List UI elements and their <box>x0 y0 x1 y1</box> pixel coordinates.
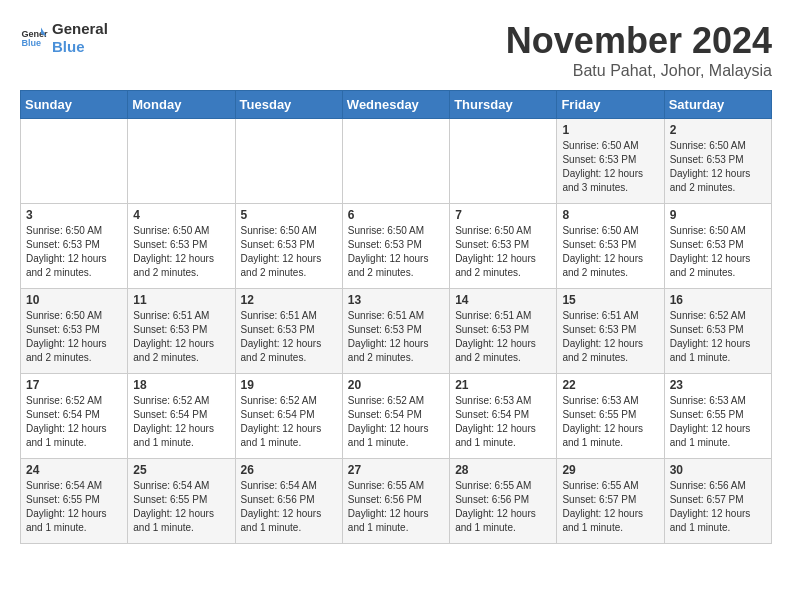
week-row-3: 10Sunrise: 6:50 AM Sunset: 6:53 PM Dayli… <box>21 289 772 374</box>
day-info: Sunrise: 6:52 AM Sunset: 6:54 PM Dayligh… <box>26 394 122 450</box>
day-info: Sunrise: 6:54 AM Sunset: 6:56 PM Dayligh… <box>241 479 337 535</box>
day-info: Sunrise: 6:50 AM Sunset: 6:53 PM Dayligh… <box>133 224 229 280</box>
calendar-cell: 17Sunrise: 6:52 AM Sunset: 6:54 PM Dayli… <box>21 374 128 459</box>
calendar-cell: 30Sunrise: 6:56 AM Sunset: 6:57 PM Dayli… <box>664 459 771 544</box>
calendar-cell: 21Sunrise: 6:53 AM Sunset: 6:54 PM Dayli… <box>450 374 557 459</box>
day-number: 28 <box>455 463 551 477</box>
day-header-monday: Monday <box>128 91 235 119</box>
calendar-cell: 23Sunrise: 6:53 AM Sunset: 6:55 PM Dayli… <box>664 374 771 459</box>
calendar-cell <box>21 119 128 204</box>
day-info: Sunrise: 6:51 AM Sunset: 6:53 PM Dayligh… <box>455 309 551 365</box>
day-header-wednesday: Wednesday <box>342 91 449 119</box>
day-info: Sunrise: 6:50 AM Sunset: 6:53 PM Dayligh… <box>26 309 122 365</box>
day-info: Sunrise: 6:53 AM Sunset: 6:54 PM Dayligh… <box>455 394 551 450</box>
day-info: Sunrise: 6:50 AM Sunset: 6:53 PM Dayligh… <box>241 224 337 280</box>
day-number: 5 <box>241 208 337 222</box>
calendar-cell: 28Sunrise: 6:55 AM Sunset: 6:56 PM Dayli… <box>450 459 557 544</box>
day-number: 14 <box>455 293 551 307</box>
day-info: Sunrise: 6:50 AM Sunset: 6:53 PM Dayligh… <box>562 224 658 280</box>
week-row-1: 1Sunrise: 6:50 AM Sunset: 6:53 PM Daylig… <box>21 119 772 204</box>
day-info: Sunrise: 6:50 AM Sunset: 6:53 PM Dayligh… <box>562 139 658 195</box>
day-info: Sunrise: 6:52 AM Sunset: 6:54 PM Dayligh… <box>133 394 229 450</box>
day-number: 20 <box>348 378 444 392</box>
calendar-cell <box>235 119 342 204</box>
day-info: Sunrise: 6:51 AM Sunset: 6:53 PM Dayligh… <box>133 309 229 365</box>
logo: General Blue General Blue <box>20 20 108 56</box>
header-row: SundayMondayTuesdayWednesdayThursdayFrid… <box>21 91 772 119</box>
day-info: Sunrise: 6:50 AM Sunset: 6:53 PM Dayligh… <box>670 139 766 195</box>
calendar-cell: 4Sunrise: 6:50 AM Sunset: 6:53 PM Daylig… <box>128 204 235 289</box>
calendar-cell <box>128 119 235 204</box>
day-info: Sunrise: 6:54 AM Sunset: 6:55 PM Dayligh… <box>26 479 122 535</box>
week-row-5: 24Sunrise: 6:54 AM Sunset: 6:55 PM Dayli… <box>21 459 772 544</box>
day-number: 22 <box>562 378 658 392</box>
day-number: 24 <box>26 463 122 477</box>
calendar-cell: 16Sunrise: 6:52 AM Sunset: 6:53 PM Dayli… <box>664 289 771 374</box>
day-number: 12 <box>241 293 337 307</box>
day-number: 23 <box>670 378 766 392</box>
day-number: 30 <box>670 463 766 477</box>
calendar-cell: 5Sunrise: 6:50 AM Sunset: 6:53 PM Daylig… <box>235 204 342 289</box>
day-info: Sunrise: 6:54 AM Sunset: 6:55 PM Dayligh… <box>133 479 229 535</box>
day-number: 10 <box>26 293 122 307</box>
day-info: Sunrise: 6:50 AM Sunset: 6:53 PM Dayligh… <box>26 224 122 280</box>
title-section: November 2024 Batu Pahat, Johor, Malaysi… <box>506 20 772 80</box>
logo-line1: General <box>52 20 108 38</box>
day-number: 9 <box>670 208 766 222</box>
day-header-thursday: Thursday <box>450 91 557 119</box>
calendar-cell: 22Sunrise: 6:53 AM Sunset: 6:55 PM Dayli… <box>557 374 664 459</box>
calendar-cell: 15Sunrise: 6:51 AM Sunset: 6:53 PM Dayli… <box>557 289 664 374</box>
day-number: 13 <box>348 293 444 307</box>
logo-icon: General Blue <box>20 24 48 52</box>
calendar-cell: 24Sunrise: 6:54 AM Sunset: 6:55 PM Dayli… <box>21 459 128 544</box>
calendar-cell: 19Sunrise: 6:52 AM Sunset: 6:54 PM Dayli… <box>235 374 342 459</box>
day-number: 18 <box>133 378 229 392</box>
day-number: 17 <box>26 378 122 392</box>
day-info: Sunrise: 6:51 AM Sunset: 6:53 PM Dayligh… <box>562 309 658 365</box>
calendar-cell: 13Sunrise: 6:51 AM Sunset: 6:53 PM Dayli… <box>342 289 449 374</box>
day-info: Sunrise: 6:52 AM Sunset: 6:54 PM Dayligh… <box>348 394 444 450</box>
day-header-tuesday: Tuesday <box>235 91 342 119</box>
day-info: Sunrise: 6:53 AM Sunset: 6:55 PM Dayligh… <box>670 394 766 450</box>
day-info: Sunrise: 6:50 AM Sunset: 6:53 PM Dayligh… <box>348 224 444 280</box>
day-number: 27 <box>348 463 444 477</box>
calendar-cell <box>342 119 449 204</box>
week-row-2: 3Sunrise: 6:50 AM Sunset: 6:53 PM Daylig… <box>21 204 772 289</box>
calendar-cell: 25Sunrise: 6:54 AM Sunset: 6:55 PM Dayli… <box>128 459 235 544</box>
day-info: Sunrise: 6:56 AM Sunset: 6:57 PM Dayligh… <box>670 479 766 535</box>
location-title: Batu Pahat, Johor, Malaysia <box>506 62 772 80</box>
day-header-friday: Friday <box>557 91 664 119</box>
day-number: 7 <box>455 208 551 222</box>
calendar-cell <box>450 119 557 204</box>
day-header-sunday: Sunday <box>21 91 128 119</box>
day-number: 4 <box>133 208 229 222</box>
day-number: 16 <box>670 293 766 307</box>
calendar-cell: 3Sunrise: 6:50 AM Sunset: 6:53 PM Daylig… <box>21 204 128 289</box>
day-number: 3 <box>26 208 122 222</box>
day-number: 1 <box>562 123 658 137</box>
calendar-cell: 2Sunrise: 6:50 AM Sunset: 6:53 PM Daylig… <box>664 119 771 204</box>
day-info: Sunrise: 6:52 AM Sunset: 6:54 PM Dayligh… <box>241 394 337 450</box>
svg-text:Blue: Blue <box>21 38 41 48</box>
day-info: Sunrise: 6:55 AM Sunset: 6:56 PM Dayligh… <box>455 479 551 535</box>
day-number: 15 <box>562 293 658 307</box>
day-number: 21 <box>455 378 551 392</box>
calendar-cell: 8Sunrise: 6:50 AM Sunset: 6:53 PM Daylig… <box>557 204 664 289</box>
day-number: 8 <box>562 208 658 222</box>
header: General Blue General Blue November 2024 … <box>20 20 772 80</box>
calendar-cell: 11Sunrise: 6:51 AM Sunset: 6:53 PM Dayli… <box>128 289 235 374</box>
calendar-cell: 20Sunrise: 6:52 AM Sunset: 6:54 PM Dayli… <box>342 374 449 459</box>
calendar-cell: 1Sunrise: 6:50 AM Sunset: 6:53 PM Daylig… <box>557 119 664 204</box>
day-info: Sunrise: 6:55 AM Sunset: 6:56 PM Dayligh… <box>348 479 444 535</box>
calendar-cell: 10Sunrise: 6:50 AM Sunset: 6:53 PM Dayli… <box>21 289 128 374</box>
day-number: 6 <box>348 208 444 222</box>
week-row-4: 17Sunrise: 6:52 AM Sunset: 6:54 PM Dayli… <box>21 374 772 459</box>
calendar-cell: 27Sunrise: 6:55 AM Sunset: 6:56 PM Dayli… <box>342 459 449 544</box>
calendar-cell: 29Sunrise: 6:55 AM Sunset: 6:57 PM Dayli… <box>557 459 664 544</box>
month-title: November 2024 <box>506 20 772 62</box>
day-info: Sunrise: 6:51 AM Sunset: 6:53 PM Dayligh… <box>241 309 337 365</box>
day-info: Sunrise: 6:51 AM Sunset: 6:53 PM Dayligh… <box>348 309 444 365</box>
day-info: Sunrise: 6:52 AM Sunset: 6:53 PM Dayligh… <box>670 309 766 365</box>
calendar-cell: 18Sunrise: 6:52 AM Sunset: 6:54 PM Dayli… <box>128 374 235 459</box>
calendar-cell: 14Sunrise: 6:51 AM Sunset: 6:53 PM Dayli… <box>450 289 557 374</box>
